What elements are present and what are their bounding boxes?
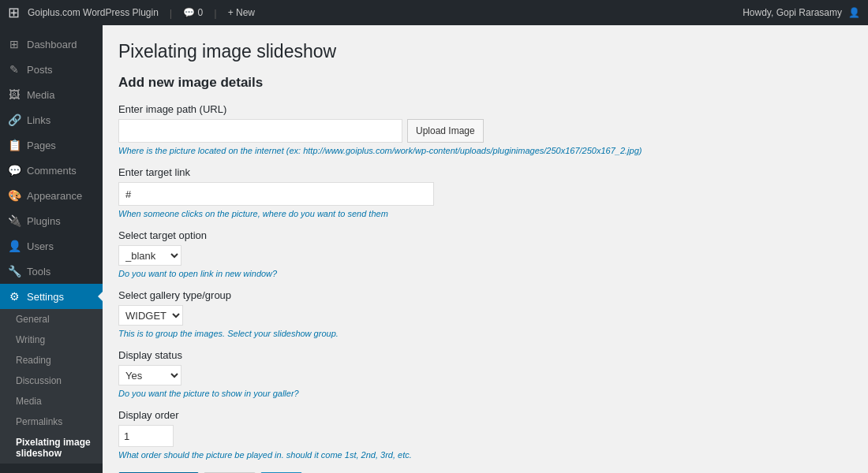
display-order-input[interactable] — [118, 425, 174, 447]
sidebar-label-pages: Pages — [27, 140, 56, 151]
submenu-item-media[interactable]: Media — [0, 391, 103, 412]
target-link-label: Enter target link — [118, 166, 852, 178]
submenu-item-discussion[interactable]: Discussion — [0, 371, 103, 391]
sidebar-label-tools: Tools — [27, 266, 51, 277]
sidebar-label-dashboard: Dashboard — [27, 39, 77, 50]
howdy-text: Howdy, Gopi Rarasamy — [743, 7, 842, 18]
sidebar-item-posts[interactable]: ✎ Posts — [0, 57, 103, 82]
upload-image-button[interactable]: Upload Image — [407, 119, 484, 143]
links-icon: 🔗 — [8, 114, 21, 126]
sidebar-item-tools[interactable]: 🔧 Tools — [0, 259, 103, 284]
admin-sidebar: ⊞ Dashboard ✎ Posts 🖼 Media 🔗 Links 📋 Pa… — [0, 25, 103, 473]
section-title: Add new image details — [118, 75, 852, 91]
sidebar-label-comments: Comments — [27, 165, 77, 177]
sidebar-item-media[interactable]: 🖼 Media — [0, 82, 103, 107]
gallery-type-label: Select gallery type/group — [118, 289, 852, 301]
sidebar-label-links: Links — [27, 114, 51, 126]
page-title: Pixelating image slideshow — [118, 41, 852, 62]
sidebar-item-settings[interactable]: ⚙ Settings — [0, 284, 103, 309]
submenu-item-reading[interactable]: Reading — [0, 350, 103, 371]
comment-icon: 💬 — [183, 7, 195, 18]
image-path-hint: Where is the picture located on the inte… — [118, 146, 852, 155]
submenu-item-writing[interactable]: Writing — [0, 330, 103, 350]
target-link-input[interactable] — [118, 182, 434, 206]
comments-icon: 💬 — [8, 164, 21, 177]
settings-submenu: General Writing Reading Discussion Media… — [0, 309, 103, 464]
admin-bar: ⊞ Goiplus.com WordPress Plugin | 💬 0 | +… — [0, 0, 868, 25]
sidebar-item-links[interactable]: 🔗 Links — [0, 107, 103, 132]
gallery-type-hint: This is to group the images. Select your… — [118, 329, 852, 338]
image-path-input[interactable] — [118, 119, 402, 143]
target-option-hint: Do you want to open link in new window? — [118, 269, 852, 278]
target-option-field-group: Select target option _blank _self _paren… — [118, 229, 852, 278]
sidebar-item-appearance[interactable]: 🎨 Appearance — [0, 183, 103, 208]
pages-icon: 📋 — [8, 139, 21, 151]
sidebar-item-dashboard[interactable]: ⊞ Dashboard — [0, 32, 103, 57]
comments-link[interactable]: 💬 0 — [183, 7, 203, 18]
target-option-label: Select target option — [118, 229, 852, 241]
display-status-hint: Do you want the picture to show in your … — [118, 389, 852, 398]
wp-logo-icon[interactable]: ⊞ — [8, 4, 20, 21]
media-icon: 🖼 — [8, 88, 21, 101]
target-link-hint: When someone clicks on the picture, wher… — [118, 209, 852, 218]
target-option-select[interactable]: _blank _self _parent _top — [118, 245, 181, 266]
main-content: Pixelating image slideshow Add new image… — [103, 25, 868, 473]
plugins-icon: 🔌 — [8, 214, 21, 227]
submenu-item-pixelating[interactable]: Pixelating image slideshow — [0, 432, 103, 464]
sidebar-item-users[interactable]: 👤 Users — [0, 233, 103, 259]
image-path-label: Enter image path (URL) — [118, 103, 852, 115]
submenu-item-general[interactable]: General — [0, 309, 103, 330]
sidebar-label-settings: Settings — [27, 291, 64, 303]
dashboard-icon: ⊞ — [8, 38, 21, 50]
sidebar-label-media: Media — [27, 89, 54, 101]
display-status-field-group: Display status Yes No Do you want the pi… — [118, 349, 852, 398]
posts-icon: ✎ — [8, 63, 21, 76]
image-path-field-group: Enter image path (URL) Upload Image Wher… — [118, 103, 852, 155]
sidebar-item-comments[interactable]: 💬 Comments — [0, 158, 103, 183]
display-order-hint: What order should the picture be played … — [118, 450, 852, 460]
display-order-field-group: Display order What order should the pict… — [118, 409, 852, 460]
settings-icon: ⚙ — [8, 290, 21, 303]
sidebar-item-plugins[interactable]: 🔌 Plugins — [0, 208, 103, 233]
user-avatar-icon: 👤 — [848, 7, 860, 18]
gallery-type-field-group: Select gallery type/group WIDGET PAGE PO… — [118, 289, 852, 338]
display-order-label: Display order — [118, 409, 852, 421]
submenu-item-permalinks[interactable]: Permalinks — [0, 412, 103, 432]
sidebar-label-posts: Posts — [27, 64, 53, 76]
sidebar-label-plugins: Plugins — [27, 215, 61, 227]
appearance-icon: 🎨 — [8, 189, 21, 202]
gallery-type-select[interactable]: WIDGET PAGE POST — [118, 305, 183, 326]
sidebar-label-users: Users — [27, 240, 54, 252]
sidebar-label-appearance: Appearance — [27, 190, 82, 202]
target-link-field-group: Enter target link When someone clicks on… — [118, 166, 852, 218]
tools-icon: 🔧 — [8, 265, 21, 277]
display-status-select[interactable]: Yes No — [118, 365, 181, 385]
new-link[interactable]: + New — [228, 7, 255, 18]
sidebar-item-pages[interactable]: 📋 Pages — [0, 132, 103, 158]
site-name[interactable]: Goiplus.com WordPress Plugin — [28, 7, 159, 18]
users-icon: 👤 — [8, 240, 21, 252]
display-status-label: Display status — [118, 349, 852, 361]
